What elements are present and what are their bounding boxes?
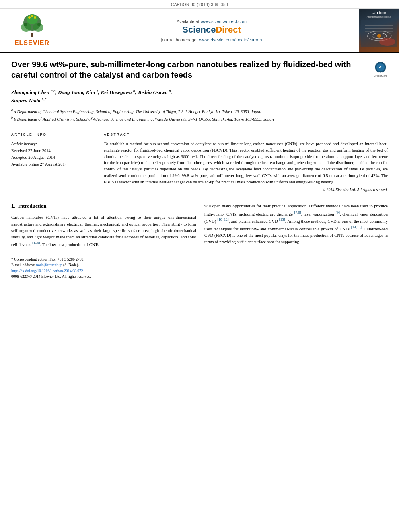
copyright-line: © 2014 Elsevier Ltd. All rights reserved… [104,187,388,192]
cover-journal-title: Carbon [372,11,387,15]
svg-text:✓: ✓ [378,64,383,70]
footnote-doi: http://dx.doi.org/10.1016/j.carbon.2014.… [11,268,172,274]
history-heading: Article history: [11,141,96,148]
intro-section-title: Introduction [18,203,47,210]
authors-line: Zhongming Chen a,b, Dong Young Kim b, Ke… [11,88,388,105]
sciencedirect-url[interactable]: www.sciencedirect.com [201,19,247,24]
authors-section: Zhongming Chen a,b, Dong Young Kim b, Ke… [0,85,399,127]
ref-13[interactable]: [13] [279,218,285,222]
email-suffix: (S. Noda). [63,263,79,267]
intro-left-paragraph: Carbon nanotubes (CNTs) have attracted a… [11,214,196,248]
intro-text-left: Carbon nanotubes (CNTs) have attracted a… [11,214,196,248]
available-text: Available at www.sciencedirect.com [177,19,247,24]
crossmark-icon: ✓ [374,61,387,74]
accepted-date: Accepted 20 August 2014 [11,154,96,161]
intro-heading-row: 1. Introduction [11,203,196,212]
sciencedirect-logo: ScienceDirect [182,25,241,35]
article-info-abstract-section: ARTICLE INFO Article history: Received 2… [0,127,399,197]
intro-section-number: 1. [11,203,16,209]
sci-text: Science [182,25,216,35]
footnote-section: * Corresponding author: Fax: +81 3 5286 … [0,254,183,281]
intro-text-right: will open many opportunities for their p… [204,203,388,245]
article-history: Article history: Received 27 June 2014 A… [11,141,96,168]
ref-10-12[interactable]: [10–12] [217,218,229,222]
affiliation-b: b b Department of Applied Chemistry, Sch… [11,115,388,122]
crossmark-label: CrossMark [374,74,387,77]
doi-link[interactable]: http://dx.doi.org/10.1016/j.carbon.2014.… [11,269,83,273]
email-label: E-mail address: [11,263,35,267]
journal-citation-text: CARBON 80 (2014) 339–350 [171,2,228,7]
direct-text: Direct [216,25,241,35]
svg-point-7 [28,16,31,19]
article-info-column: ARTICLE INFO Article history: Received 2… [11,132,96,192]
intro-right-paragraph: will open many opportunities for their p… [204,203,388,245]
abstract-heading: ABSTRACT [104,132,388,138]
article-main-title: Over 99.6 wt%-pure, sub-millimeter-long … [11,59,369,80]
ref-1-6[interactable]: [1–6] [32,241,40,245]
email-link[interactable]: noda@waseda.jp [36,263,62,267]
body-left-column: 1. Introduction Carbon nanotubes (CNTs) … [11,203,196,250]
journal-citation: CARBON 80 (2014) 339–350 [0,0,399,8]
journal-homepage-text: journal homepage: www.elsevier.com/locat… [161,37,262,42]
svg-point-5 [24,23,27,26]
article-title-section: Over 99.6 wt%-pure, sub-millimeter-long … [0,53,399,85]
ref-9[interactable]: [9] [335,210,340,214]
svg-point-9 [31,15,33,17]
abstract-paragraph: To establish a method for sub-second con… [104,141,388,185]
affiliations: a a Department of Chemical System Engine… [11,108,388,123]
abstract-column: ABSTRACT To establish a method for sub-s… [104,132,388,192]
cover-artwork [361,20,397,47]
journal-homepage-link[interactable]: www.elsevier.com/locate/carbon [199,37,262,42]
svg-point-6 [37,23,41,26]
affiliation-a: a a Department of Chemical System Engine… [11,108,388,115]
abstract-body: To establish a method for sub-second con… [104,141,388,185]
carbon-cover: Carbon An international journal [359,9,399,52]
cover-journal-subtitle: An international journal [367,16,391,18]
article-info-heading: ARTICLE INFO [11,132,96,138]
article-title-container: Over 99.6 wt%-pure, sub-millimeter-long … [11,59,369,80]
center-banner: Available at www.sciencedirect.com Scien… [64,9,359,52]
elsevier-tree-icon [18,14,46,39]
corresponding-note: * Corresponding author: Fax: +81 3 5286 … [11,257,84,261]
top-banner: ELSEVIER Available at www.sciencedirect.… [0,8,399,53]
cover-image: Carbon An international journal [359,9,399,52]
body-section: 1. Introduction Carbon nanotubes (CNTs) … [0,197,399,254]
available-online-date: Available online 27 August 2014 [11,161,96,168]
svg-point-17 [379,38,395,46]
footnote-corresponding: * Corresponding author: Fax: +81 3 5286 … [11,257,172,262]
ref-14-15[interactable]: [14,15] [351,225,362,229]
received-date: Received 27 June 2014 [11,148,96,154]
page: CARBON 80 (2014) 339–350 ELSEVIER [0,0,399,532]
elsevier-label: ELSEVIER [14,39,49,47]
crossmark-area: ✓ CrossMark [373,61,388,77]
body-right-column: will open many opportunities for their p… [204,203,388,250]
ref-7-8[interactable]: [7,8] [294,210,301,214]
svg-point-8 [34,16,36,19]
footnote-email: E-mail address: noda@waseda.jp (S. Noda)… [11,262,172,268]
svg-rect-0 [31,33,33,37]
elsevier-logo-area: ELSEVIER [0,9,64,52]
svg-point-16 [377,34,381,38]
footnote-issn: 0008-6223/© 2014 Elsevier Ltd. All right… [11,274,172,279]
